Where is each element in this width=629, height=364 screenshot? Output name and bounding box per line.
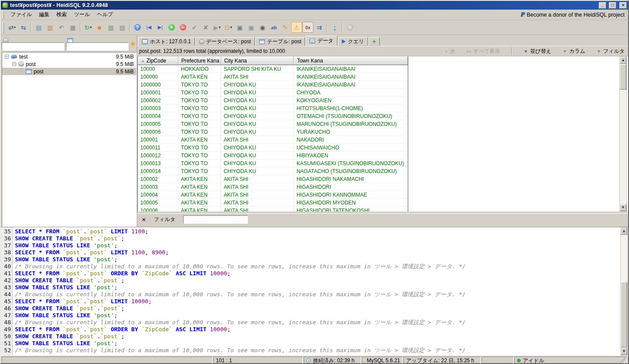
filter-close-icon[interactable]: ✕ [142, 217, 146, 222]
grid-cell[interactable]: TOKYO TO [178, 128, 221, 136]
column-header-city-kana[interactable]: City Kana [221, 56, 294, 65]
menubar-grip[interactable] [3, 11, 4, 18]
table-row[interactable]: 1000013TOKYO TOCHIYODA KUKASUMIGASEKI (T… [138, 159, 408, 167]
column-header-town-kana[interactable]: Town Kana [294, 56, 408, 65]
table-row[interactable]: 1000014TOKYO TOCHIYODA KUNAGATACHO (TSUG… [138, 167, 408, 175]
favorites-star-icon[interactable]: ★ [130, 40, 136, 47]
grid-cell[interactable]: AKITA SHI [221, 73, 294, 81]
insert-row-button[interactable]: + [166, 22, 177, 33]
minimize-button[interactable]: _ [599, 2, 606, 9]
replace-text-button[interactable]: ab [268, 22, 279, 33]
grid-cell[interactable]: 1000001 [138, 89, 178, 97]
grid-cell[interactable]: 1000013 [138, 159, 178, 167]
save-sql-button[interactable]: ▣ [234, 22, 245, 33]
grid-cell[interactable]: 100004 [138, 191, 178, 199]
grid-cell[interactable]: TOKYO TO [178, 89, 221, 97]
grid-cell[interactable]: 1000014 [138, 167, 178, 175]
grid-cell[interactable]: 100005 [138, 199, 178, 207]
grid-cell[interactable]: 10000 [138, 65, 178, 73]
grid-cell[interactable]: TOKYO TO [178, 159, 221, 167]
tab-database[interactable]: データベース: post [195, 37, 255, 46]
tree-expander-icon[interactable]: − [5, 55, 9, 59]
tree-expander-icon[interactable]: − [12, 62, 16, 66]
columns-button[interactable]: ▼カラム [563, 48, 585, 55]
grid-cell[interactable]: TOKYO TO [178, 81, 221, 89]
table-row[interactable]: 1000003TOKYO TOCHIYODA KUHITOTSUBASHI(1-… [138, 104, 408, 112]
edit-inline-button[interactable]: ✎ [280, 22, 291, 33]
tree-node-server-test[interactable]: −test9.5 MiB [2, 53, 136, 60]
table-row[interactable]: 100002AKITA KENAKITA SHIHIGASHIDORI NAKA… [138, 175, 408, 183]
grid-cell[interactable]: HIGASHIDORI [294, 183, 408, 191]
table-row[interactable]: 100000AKITA KENAKITA SHIIKANIKEISAIGANAI… [138, 73, 408, 81]
grid-cell[interactable]: 1000011 [138, 144, 178, 152]
grid-cell[interactable]: 1000002 [138, 97, 178, 104]
grid-cell[interactable]: SAPPORO SHI KITA KU [221, 65, 294, 73]
table-row[interactable]: 1000005TOKYO TOCHIYODA KUMARUNOCHI (TSUG… [138, 120, 408, 128]
table-row[interactable]: 100001AKITA KENAKITA SHINAKADORI [138, 136, 408, 144]
tab-data[interactable]: データ [306, 36, 337, 46]
grid-cell[interactable]: CHIYODA KU [221, 112, 294, 120]
grid-cell[interactable]: TOKYO TO [178, 152, 221, 159]
grid-cell[interactable]: CHIYODA KU [221, 159, 294, 167]
grid-cell[interactable]: TOKYO TO [178, 112, 221, 120]
grid-cell[interactable]: NAKADORI [294, 136, 408, 144]
hex-view-button[interactable]: 0x [302, 22, 313, 33]
grid-cell[interactable]: 1000006 [138, 128, 178, 136]
tab-table[interactable]: テーブル: post [255, 37, 305, 46]
grid-cell[interactable]: AKITA KEN [178, 136, 221, 144]
grid-cell[interactable]: TOKYO TO [178, 120, 221, 128]
table-row[interactable]: 100004AKITA KENAKITA SHIHIGASHIDORI KANN… [138, 191, 408, 199]
grid-cell[interactable]: UCHISAIWAICHO [294, 144, 408, 152]
last-row-button[interactable]: ▶| [155, 22, 166, 33]
connect-button[interactable]: ⇄▾ [7, 22, 17, 33]
grid-cell[interactable]: 1000000 [138, 81, 178, 89]
grid-cell[interactable]: 1000012 [138, 152, 178, 159]
tab-query[interactable]: クエリ [338, 37, 368, 46]
grid-cell[interactable]: TOKYO TO [178, 144, 221, 152]
next-result-button[interactable]: ⇉ [314, 22, 325, 33]
table-row[interactable]: 1000001TOKYO TOCHIYODA KUCHIYODA [138, 89, 408, 97]
disconnect-button[interactable]: ⇆ [18, 22, 29, 33]
sql-log-panel[interactable]: 35SELECT * FROM `post`.`post` LIMIT 1100… [1, 227, 628, 356]
grid-cell[interactable]: HIGASHIDORI TATENOKOSHI [294, 207, 408, 211]
tree-node-database-post[interactable]: −post9.5 MiB [2, 60, 136, 68]
grid-cell[interactable]: CHIYODA KU [221, 128, 294, 136]
grid-cell[interactable]: AKITA SHI [221, 207, 294, 211]
delimiter-button[interactable]: ; [329, 22, 340, 33]
grid-cell[interactable]: AKITA SHI [221, 136, 294, 144]
grid-cell[interactable]: 1000003 [138, 104, 178, 112]
cancel-editing-button[interactable]: ✘ [200, 22, 211, 33]
sql-scroll-down-icon[interactable]: ▼ [621, 348, 627, 355]
grid-cell[interactable]: 1000004 [138, 112, 178, 120]
grid-cell[interactable]: AKITA SHI [221, 183, 294, 191]
grid-scroll-thumb[interactable] [620, 64, 626, 90]
table-row[interactable]: 1000002TOKYO TOCHIYODA KUKOKYOGAIEN [138, 97, 408, 104]
grid-cell[interactable]: IKANIKEISAIGANAIBAAI [294, 65, 408, 73]
sql-scroll-up-icon[interactable]: ▲ [621, 228, 627, 235]
grid-cell[interactable]: 1000005 [138, 120, 178, 128]
menu-item-5[interactable]: ヘルプ [94, 10, 117, 20]
grid-cell[interactable]: TOKYO TO [178, 104, 221, 112]
menu-item-3[interactable]: 検索 [53, 10, 70, 20]
grid-vertical-scrollbar[interactable]: ▲ ▼ [619, 56, 627, 211]
duplicate-button[interactable]: ▧ [117, 22, 128, 33]
table-row[interactable]: 100005AKITA KENAKITA SHIHIGASHIDORI MYOD… [138, 199, 408, 207]
grid-cell[interactable]: CHIYODA KU [221, 144, 294, 152]
delete-row-button[interactable]: − [177, 22, 188, 33]
database-tree[interactable]: −test9.5 MiB−post9.5 MiBpost9.5 MiB [2, 52, 137, 227]
grid-cell[interactable]: KOKYOGAIEN [294, 97, 408, 104]
sql-scroll-thumb[interactable] [621, 282, 627, 347]
grid-scroll-up-icon[interactable]: ▲ [620, 57, 626, 64]
column-header-prefecture-kana[interactable]: Prefecture Kana [178, 56, 221, 65]
table-row[interactable]: 100003AKITA KENAKITA SHIHIGASHIDORI [138, 183, 408, 191]
grid-scroll-down-icon[interactable]: ▼ [620, 204, 626, 211]
grid-cell[interactable]: CHIYODA KU [221, 152, 294, 159]
menu-item-1[interactable]: ファイル [7, 10, 35, 20]
grid-cell[interactable]: AKITA SHI [221, 199, 294, 207]
toolbar-grip[interactable] [3, 22, 4, 33]
grid-cell[interactable]: YURAKUCHO [294, 128, 408, 136]
grid-cell[interactable]: TOKYO TO [178, 97, 221, 104]
grid-cell[interactable]: HIGASHIDORI MYODEN [294, 199, 408, 207]
grid-cell[interactable]: 100002 [138, 175, 178, 183]
table-row[interactable]: 1000011TOKYO TOCHIYODA KUUCHISAIWAICHO [138, 144, 408, 152]
